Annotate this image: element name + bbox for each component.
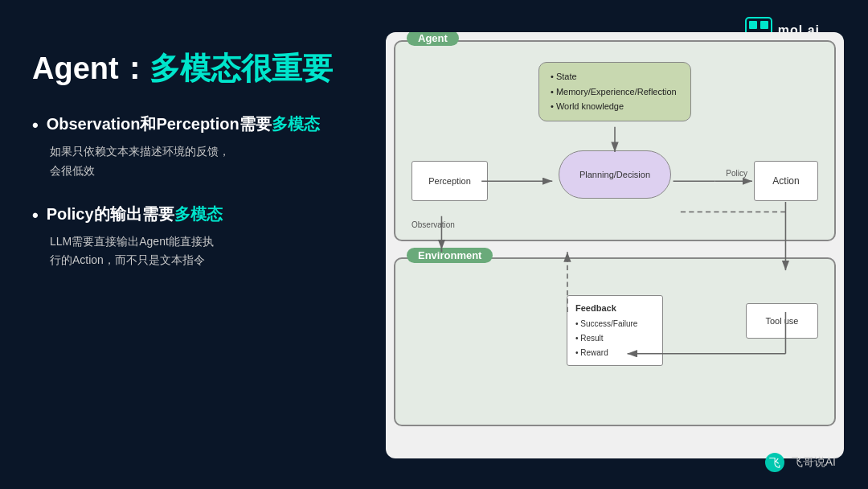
svg-rect-1 [749,21,757,29]
state-item-1: State [551,69,679,84]
state-item-3: World knowledge [551,99,679,114]
diagram-area: Agent State Memory/Experience/Reflection… [386,32,844,458]
bullet-dot-1: • [32,115,39,136]
left-panel: Agent：多模态很重要 • Observation和Perception需要多… [32,48,354,293]
agent-label: Agent [407,32,459,46]
diagram-inner: Agent State Memory/Experience/Reflection… [386,32,844,458]
bullet-header-1: • Observation和Perception需要多模态 [32,113,354,136]
bullet-desc-1: 如果只依赖文本来描述环境的反馈， 会很低效 [50,142,354,181]
feedback-item-3: • Reward [575,346,654,360]
feedback-item-1: • Success/Failure [575,317,654,331]
action-box: Action [754,161,818,201]
feedback-item-2: • Result [575,331,654,346]
bullet-desc-2: LLM需要直接输出Agent能直接执 行的Action，而不只是文本指令 [50,232,354,271]
env-label: Environment [407,248,493,263]
perception-box: Perception [411,161,488,201]
bullet-header-text-1: Observation和Perception需要多模态 [47,113,320,135]
bottom-watermark: 飞 飞哥说AI [764,452,836,473]
svg-text:飞: 飞 [769,456,780,469]
planning-box: Planning/Decision [559,150,671,199]
bullet-section-2: • Policy的输出需要多模态 LLM需要直接输出Agent能直接执 行的Ac… [32,203,354,271]
svg-rect-2 [760,21,768,29]
feedback-title: Feedback [575,301,654,317]
tooluse-box: Tool use [746,303,818,339]
bg-watermark-3: 飞哥说AI [279,351,374,404]
agent-section: Agent State Memory/Experience/Reflection… [394,40,836,241]
bullet-dot-2: • [32,205,39,226]
state-box: State Memory/Experience/Reflection World… [538,62,691,121]
watermark-text: 飞哥说AI [792,455,836,470]
bullet-section-1: • Observation和Perception需要多模态 如果只依赖文本来描述… [32,113,354,181]
bullet-header-text-2: Policy的输出需要多模态 [47,203,223,225]
state-item-2: Memory/Experience/Reflection [551,84,679,100]
page-title: Agent：多模态很重要 [32,48,354,89]
watermark-icon: 飞 [764,452,785,473]
bullet-header-2: • Policy的输出需要多模态 [32,203,354,226]
policy-label: Policy [726,169,747,178]
feedback-box: Feedback • Success/Failure • Result • Re… [567,295,663,366]
environment-section: Environment Tool use Feedback • Success/… [394,257,836,426]
observation-label: Observation [411,220,455,229]
